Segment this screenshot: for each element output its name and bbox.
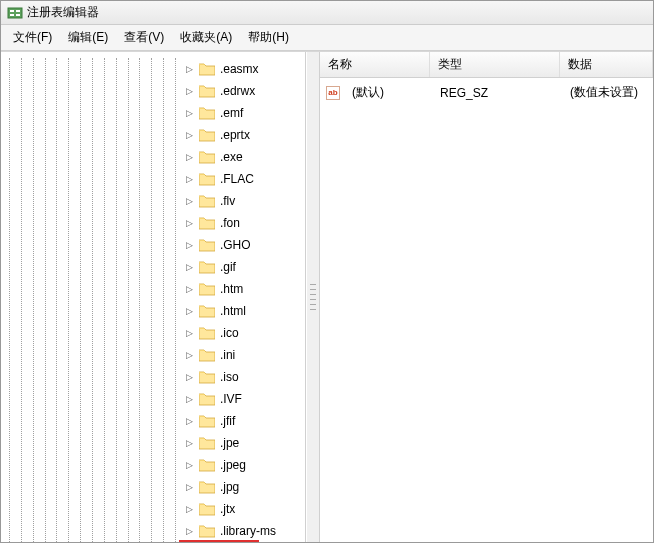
expand-icon[interactable]: ▷	[183, 216, 197, 230]
tree-item[interactable]: ▷.jpeg	[183, 454, 305, 476]
tree-label: .exe	[218, 149, 245, 165]
tree-label: .jpg	[218, 479, 241, 495]
expand-icon[interactable]: ▷	[183, 348, 197, 362]
tree-item[interactable]: ▷.fon	[183, 212, 305, 234]
tree-label: .jfif	[218, 413, 237, 429]
list-header: 名称 类型 数据	[320, 52, 653, 78]
expand-icon[interactable]: ▷	[183, 524, 197, 538]
expand-icon[interactable]: ▷	[183, 62, 197, 76]
expand-icon[interactable]: ▷	[183, 414, 197, 428]
tree-label: .jpeg	[218, 457, 248, 473]
folder-icon	[199, 502, 215, 516]
menu-favorites[interactable]: 收藏夹(A)	[172, 27, 240, 48]
expand-icon[interactable]: ▷	[183, 106, 197, 120]
splitter[interactable]	[306, 52, 320, 542]
tree-label: .edrwx	[218, 83, 257, 99]
tree-label: .library-ms	[218, 523, 278, 539]
expand-icon[interactable]: ▷	[183, 150, 197, 164]
tree-item[interactable]: ▷.FLAC	[183, 168, 305, 190]
tree-item[interactable]: ▷.flv	[183, 190, 305, 212]
tree-item[interactable]: ▷.htm	[183, 278, 305, 300]
tree-item[interactable]: ▷.emf	[183, 102, 305, 124]
folder-icon	[199, 436, 215, 450]
tree-label: .GHO	[218, 237, 253, 253]
expand-icon[interactable]: ▷	[183, 282, 197, 296]
expand-icon[interactable]: ▷	[183, 502, 197, 516]
tree-pane: ▷.easmx▷.edrwx▷.emf▷.eprtx▷.exe▷.FLAC▷.f…	[1, 52, 306, 542]
menu-help[interactable]: 帮助(H)	[240, 27, 297, 48]
expand-icon[interactable]: ▷	[183, 238, 197, 252]
tree-item[interactable]: ▷.html	[183, 300, 305, 322]
tree-item[interactable]: ▷.jpe	[183, 432, 305, 454]
expand-icon[interactable]: ▷	[183, 480, 197, 494]
tree-item[interactable]: ▷.jpg	[183, 476, 305, 498]
expand-icon[interactable]: ▷	[183, 392, 197, 406]
tree-item[interactable]: ▷.IVF	[183, 388, 305, 410]
tree-label: .gif	[218, 259, 238, 275]
tree-item[interactable]: ▷.eprtx	[183, 124, 305, 146]
folder-icon	[199, 62, 215, 76]
svg-rect-4	[16, 14, 20, 16]
svg-rect-1	[10, 10, 14, 12]
tree-item[interactable]: ▷.ico	[183, 322, 305, 344]
expand-icon[interactable]: ▷	[183, 326, 197, 340]
tree-item[interactable]: ▷.edrwx	[183, 80, 305, 102]
tree-label: .jpe	[218, 435, 241, 451]
tree-label: .easmx	[218, 61, 261, 77]
menu-file[interactable]: 文件(F)	[5, 27, 60, 48]
tree-item[interactable]: ▷.jtx	[183, 498, 305, 520]
list-row[interactable]: ab(默认)REG_SZ(数值未设置)	[320, 78, 653, 107]
folder-icon	[199, 326, 215, 340]
tree-label: .ico	[218, 325, 241, 341]
header-data[interactable]: 数据	[560, 52, 653, 77]
expand-icon[interactable]: ▷	[183, 194, 197, 208]
tree-label: .IVF	[218, 391, 244, 407]
expand-icon[interactable]: ▷	[183, 458, 197, 472]
menu-edit[interactable]: 编辑(E)	[60, 27, 116, 48]
cell-name: (默认)	[344, 82, 432, 103]
tree-item[interactable]: ▷.jfif	[183, 410, 305, 432]
tree-item[interactable]: ▷.gif	[183, 256, 305, 278]
svg-rect-3	[16, 10, 20, 12]
expand-icon[interactable]: ▷	[183, 84, 197, 98]
tree-item[interactable]: ▷.iso	[183, 366, 305, 388]
header-name[interactable]: 名称	[320, 52, 430, 77]
folder-icon	[199, 282, 215, 296]
tree-item[interactable]: ▷.GHO	[183, 234, 305, 256]
tree-item[interactable]: ▷.exe	[183, 146, 305, 168]
folder-icon	[199, 260, 215, 274]
tree-label: .htm	[218, 281, 245, 297]
folder-icon	[199, 392, 215, 406]
svg-rect-0	[8, 8, 22, 18]
folder-icon	[199, 238, 215, 252]
expand-icon[interactable]: ▷	[183, 436, 197, 450]
folder-icon	[199, 172, 215, 186]
expand-icon[interactable]: ▷	[183, 128, 197, 142]
folder-icon	[199, 84, 215, 98]
menu-view[interactable]: 查看(V)	[116, 27, 172, 48]
tree-scroll[interactable]: ▷.easmx▷.edrwx▷.emf▷.eprtx▷.exe▷.FLAC▷.f…	[1, 52, 305, 542]
folder-icon	[199, 524, 215, 538]
tree-item[interactable]: ▷.library-ms	[183, 520, 305, 542]
tree-label: .FLAC	[218, 171, 256, 187]
tree-label: .eprtx	[218, 127, 252, 143]
expand-icon[interactable]: ▷	[183, 304, 197, 318]
folder-icon	[199, 216, 215, 230]
app-icon	[7, 5, 23, 21]
titlebar: 注册表编辑器	[1, 1, 653, 25]
folder-icon	[199, 370, 215, 384]
folder-icon	[199, 348, 215, 362]
tree-label: .jtx	[218, 501, 237, 517]
menubar: 文件(F) 编辑(E) 查看(V) 收藏夹(A) 帮助(H)	[1, 25, 653, 51]
tree-label: .iso	[218, 369, 241, 385]
tree-label: .fon	[218, 215, 242, 231]
folder-icon	[199, 480, 215, 494]
expand-icon[interactable]: ▷	[183, 260, 197, 274]
header-type[interactable]: 类型	[430, 52, 560, 77]
svg-rect-2	[10, 14, 14, 16]
expand-icon[interactable]: ▷	[183, 370, 197, 384]
tree-item[interactable]: ▷.easmx	[183, 58, 305, 80]
expand-icon[interactable]: ▷	[183, 172, 197, 186]
list-pane: 名称 类型 数据 ab(默认)REG_SZ(数值未设置)	[320, 52, 653, 542]
tree-item[interactable]: ▷.ini	[183, 344, 305, 366]
